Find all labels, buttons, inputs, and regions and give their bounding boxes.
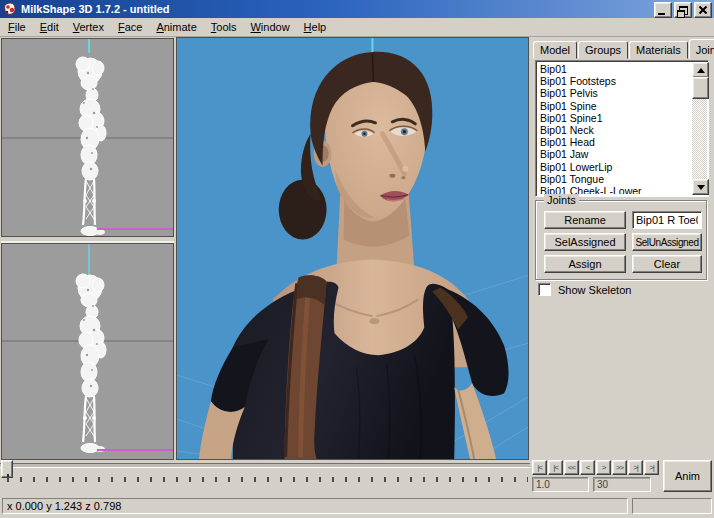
status-extra-panel: [632, 498, 712, 514]
joint-name-input[interactable]: [632, 211, 702, 229]
restore-icon: [679, 6, 688, 15]
joint-list-item[interactable]: Bip01 Tongue: [538, 173, 691, 185]
fast-rewind-button[interactable]: <<: [564, 460, 579, 475]
menu-file[interactable]: File: [1, 19, 33, 35]
groupbox-label: Joints: [544, 194, 579, 206]
step-forward-button[interactable]: >: [596, 460, 611, 475]
sel-assigned-button[interactable]: SelAssigned: [544, 233, 626, 251]
app-icon: [3, 2, 17, 16]
joints-groupbox: Joints Rename SelAssigned SelUnAssigned …: [535, 200, 707, 280]
scroll-up-icon: [697, 68, 705, 73]
menu-face[interactable]: Face: [111, 19, 149, 35]
minimize-button[interactable]: [654, 2, 672, 18]
joint-list-scrollbar[interactable]: [692, 62, 707, 195]
joint-list-item[interactable]: Bip01 Cheek-L-Lower: [538, 185, 691, 194]
step-back-button[interactable]: <: [580, 460, 595, 475]
tab-groups[interactable]: Groups: [578, 41, 628, 59]
joint-list-item[interactable]: Bip01 Head: [538, 136, 691, 148]
joint-list-item[interactable]: Bip01: [538, 63, 691, 75]
tab-materials[interactable]: Materials: [629, 41, 688, 59]
joint-list-item[interactable]: Bip01 Spine1: [538, 112, 691, 124]
total-frames-field[interactable]: [593, 477, 651, 492]
viewport-3d[interactable]: [176, 37, 529, 460]
fast-forward-button[interactable]: >>: [612, 460, 627, 475]
clear-button[interactable]: Clear: [632, 255, 702, 273]
control-panel: Model Groups Materials Joints Bip01 Bip0…: [530, 37, 714, 460]
menu-animate[interactable]: Animate: [149, 19, 203, 35]
status-bar: x 0.000 y 1.243 z 0.798: [0, 494, 714, 518]
menu-tools[interactable]: Tools: [204, 19, 244, 35]
joint-list-item[interactable]: Bip01 LowerLip: [538, 161, 691, 173]
current-frame-field[interactable]: [532, 477, 589, 492]
viewport-side-bottom[interactable]: [1, 243, 174, 460]
sel-unassigned-button[interactable]: SelUnAssigned: [632, 233, 702, 251]
assign-button[interactable]: Assign: [544, 255, 626, 273]
milkshape-window: MilkShape 3D 1.7.2 - untitled File Edit …: [0, 0, 714, 518]
restore-button[interactable]: [674, 2, 692, 18]
menu-edit[interactable]: Edit: [33, 19, 66, 35]
menu-window[interactable]: Window: [243, 19, 296, 35]
joint-list-item[interactable]: Bip01 Spine: [538, 100, 691, 112]
joint-list-item[interactable]: Bip01 Pelvis: [538, 87, 691, 99]
close-button[interactable]: [694, 2, 712, 18]
scroll-thumb[interactable]: [692, 77, 709, 99]
tab-joints[interactable]: Joints: [689, 39, 714, 59]
menu-help[interactable]: Help: [297, 19, 334, 35]
joint-list-item[interactable]: Bip01 Footsteps: [538, 75, 691, 87]
show-skeleton-checkbox[interactable]: [538, 283, 551, 296]
anim-toggle-button[interactable]: Anim: [663, 460, 712, 492]
tab-model[interactable]: Model: [533, 41, 577, 59]
anim-bar: |< |< << < > >> >| >| Anim: [0, 460, 714, 494]
timeline-track[interactable]: [0, 463, 530, 468]
close-icon: [698, 5, 707, 14]
rename-button[interactable]: Rename: [544, 211, 626, 229]
scroll-down-button[interactable]: [692, 179, 709, 195]
joint-list-item[interactable]: Bip01 Jaw: [538, 148, 691, 160]
panel-tabs: Model Groups Materials Joints: [533, 40, 714, 59]
show-skeleton-label: Show Skeleton: [558, 284, 631, 296]
viewport-side-top[interactable]: [1, 38, 174, 237]
prev-keyframe-button[interactable]: |<: [548, 460, 563, 475]
go-first-frame-button[interactable]: |<: [532, 460, 547, 475]
title-bar[interactable]: MilkShape 3D 1.7.2 - untitled: [0, 0, 714, 18]
window-title: MilkShape 3D 1.7.2 - untitled: [21, 3, 170, 15]
timeline-ticks: [7, 477, 528, 482]
menu-bar: File Edit Vertex Face Animate Tools Wind…: [0, 18, 714, 37]
go-last-frame-button[interactable]: >|: [644, 460, 659, 475]
coordinates-readout: x 0.000 y 1.243 z 0.798: [2, 498, 628, 514]
scroll-up-button[interactable]: [692, 62, 709, 78]
joint-list[interactable]: Bip01 Bip01 Footsteps Bip01 Pelvis Bip01…: [535, 60, 709, 197]
minimize-icon: [658, 13, 665, 15]
next-keyframe-button[interactable]: >|: [628, 460, 643, 475]
joint-list-item[interactable]: Bip01 Neck: [538, 124, 691, 136]
scroll-down-icon: [697, 185, 705, 190]
menu-vertex[interactable]: Vertex: [66, 19, 111, 35]
